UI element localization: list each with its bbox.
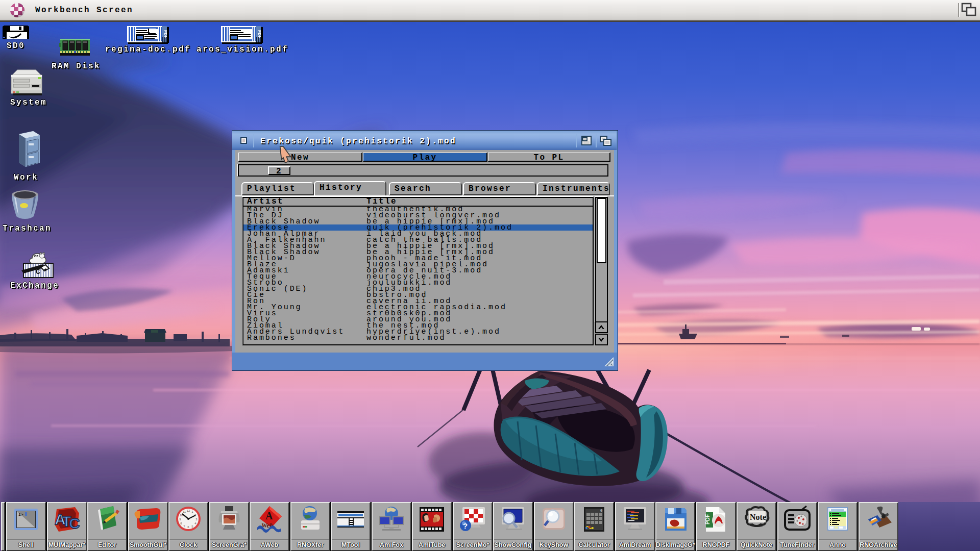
svg-text:C: C (36, 268, 40, 277)
svg-text:11: 11 (183, 510, 186, 513)
svg-text:C: C (69, 515, 80, 532)
svg-text:A: A (265, 510, 273, 521)
svg-text:1>: 1> (18, 512, 23, 517)
svg-text:?: ? (463, 521, 468, 530)
svg-text:PDF: PDF (257, 30, 262, 38)
svg-text:zz: zz (34, 254, 39, 258)
svg-text:PDF: PDF (705, 514, 710, 524)
svg-text:Note: Note (750, 513, 766, 521)
svg-text:12: 12 (187, 509, 190, 512)
svg-text:PDF: PDF (163, 30, 168, 38)
svg-text:0: 0 (600, 509, 602, 513)
